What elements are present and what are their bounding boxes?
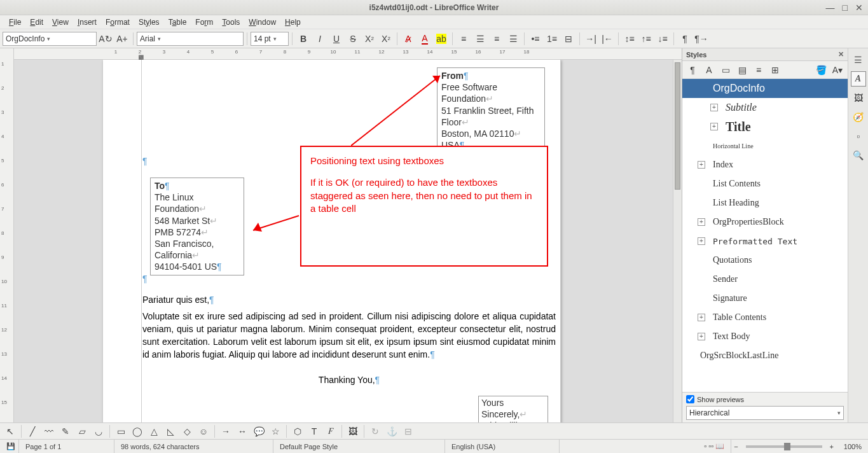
list-styles-button[interactable]: ≡ (751, 62, 766, 78)
tree-expand-icon[interactable]: + (698, 161, 705, 169)
zoom-in-button[interactable]: + (827, 443, 836, 450)
ltr-button[interactable]: ¶→ (694, 31, 709, 46)
properties-tab[interactable]: ☰ (851, 52, 866, 67)
new-style-button[interactable]: A+ (114, 31, 130, 46)
style-row[interactable]: OrgSrcBlockLastLine (682, 346, 848, 365)
font-color-button[interactable]: A (417, 31, 432, 46)
star-tool[interactable]: ☆ (268, 424, 283, 439)
tree-expand-icon[interactable]: + (698, 237, 705, 245)
textbox-tool[interactable]: T (307, 424, 322, 439)
vertical-scrollbar[interactable] (673, 60, 682, 422)
tree-expand-icon[interactable]: + (698, 333, 705, 340)
anchor-tool[interactable]: ⚓ (384, 424, 399, 439)
clear-formatting-button[interactable]: A̷ (401, 31, 416, 46)
character-styles-button[interactable]: A (701, 62, 717, 78)
vertical-ruler[interactable]: /* ticks rendered below via JS */ 123456… (0, 48, 14, 422)
line-tool[interactable]: ╱ (25, 424, 40, 439)
style-row[interactable]: List Contents (682, 174, 848, 193)
align-tool[interactable]: ⊟ (401, 424, 416, 439)
menu-insert[interactable]: Insert (74, 17, 100, 28)
page-style-status[interactable]: Default Page Style (273, 440, 445, 453)
table-styles-button[interactable]: ⊞ (768, 62, 783, 78)
menu-tools[interactable]: Tools (218, 17, 244, 28)
italic-button[interactable]: I (312, 31, 327, 46)
style-row[interactable]: List Heading (682, 193, 848, 213)
font-size-combo[interactable]: 14 pt▾ (251, 32, 289, 46)
style-row[interactable]: Signature (682, 289, 848, 308)
highlight-color-button[interactable]: ab (434, 31, 449, 46)
triangle-tool[interactable]: △ (146, 424, 162, 439)
horizontal-ruler[interactable]: 123456789101112131415161718◣◥ (14, 48, 682, 60)
select-tool[interactable]: ↖ (3, 424, 18, 439)
style-row[interactable]: +Preformatted Text (682, 232, 848, 251)
callout-tool[interactable]: 💬 (251, 424, 266, 439)
subscript-button[interactable]: X2 (378, 31, 394, 46)
flowchart-tool[interactable]: ⬡ (290, 424, 305, 439)
rectangle-tool[interactable]: ▭ (113, 424, 128, 439)
navigator-tab[interactable]: 🧭 (851, 109, 866, 125)
style-row[interactable]: +Table Contents (682, 308, 848, 327)
tree-expand-icon[interactable]: + (698, 314, 705, 321)
menu-form[interactable]: Form (191, 17, 217, 28)
align-left-button[interactable]: ≡ (456, 31, 471, 46)
align-justify-button[interactable]: ☰ (506, 31, 521, 46)
scrollbar-thumb[interactable] (675, 62, 680, 190)
word-count-status[interactable]: 98 words, 624 characters (114, 440, 273, 453)
styles-tab[interactable]: A (851, 71, 866, 87)
styles-filter-combo[interactable]: Hierarchical▾ (686, 406, 844, 420)
view-layout-buttons[interactable]: ▫ ▫▫ 📖 (698, 440, 731, 453)
outline-button[interactable]: ⊟ (561, 31, 576, 46)
fontwork-tool[interactable]: 𝐹 (323, 424, 338, 439)
style-row[interactable]: +OrgPropertiesBlock (682, 213, 848, 232)
menu-window[interactable]: Window (245, 17, 280, 28)
diamond-tool[interactable]: ◇ (179, 424, 195, 439)
indent-decrease-button[interactable]: |← (600, 31, 615, 46)
menu-format[interactable]: Format (102, 17, 134, 28)
menu-file[interactable]: File (5, 17, 25, 28)
font-name-combo[interactable]: Arial▾ (137, 32, 244, 46)
freeform-tool[interactable]: ✎ (58, 424, 73, 439)
strikethrough-button[interactable]: S (345, 31, 361, 46)
double-arrow-tool[interactable]: ↔ (235, 424, 250, 439)
image-tool[interactable]: 🖼 (345, 424, 361, 439)
align-right-button[interactable]: ≡ (489, 31, 504, 46)
frame-styles-button[interactable]: ▭ (718, 62, 733, 78)
rotate-tool[interactable]: ↻ (368, 424, 383, 439)
page-status[interactable]: Page 1 of 1 (19, 440, 114, 453)
style-row[interactable]: +Title (682, 117, 848, 136)
from-textframe[interactable]: From¶ Free Software Foundation↵ 51 Frank… (437, 67, 545, 153)
page-tab[interactable]: ▫ (851, 129, 866, 144)
menu-styles[interactable]: Styles (135, 17, 163, 28)
style-row[interactable]: +Subtitle (682, 98, 848, 117)
zoom-value[interactable]: 100% (836, 440, 868, 453)
underline-button[interactable]: U (329, 31, 344, 46)
ellipse-tool[interactable]: ◯ (130, 424, 145, 439)
arrow-tool[interactable]: → (218, 424, 233, 439)
arc-tool[interactable]: ◡ (91, 424, 106, 439)
curve-tool[interactable]: 〰 (41, 424, 57, 439)
menu-help[interactable]: Help (281, 17, 305, 28)
update-style-button[interactable]: A↻ (98, 31, 113, 46)
tree-expand-icon[interactable]: + (710, 104, 718, 111)
style-row[interactable]: +Text Body (682, 327, 848, 346)
style-row[interactable]: Sender (682, 270, 848, 289)
style-row[interactable]: Quotations (682, 251, 848, 270)
inspector-tab[interactable]: 🔍 (851, 148, 866, 163)
to-textframe[interactable]: To¶ The Linux Foundation↵ 548 Market St↵… (150, 178, 244, 275)
style-row[interactable]: +Index (682, 155, 848, 174)
number-list-button[interactable]: 1≡ (544, 31, 560, 46)
signature-textframe[interactable]: Yours Sincerely,↵ Whitetrillium¶ (478, 396, 548, 422)
para-spacing-inc-button[interactable]: ↑≡ (638, 31, 654, 46)
zoom-slider[interactable] (746, 445, 822, 448)
polygon-tool[interactable]: ▱ (74, 424, 90, 439)
right-triangle-tool[interactable]: ◺ (163, 424, 178, 439)
style-row[interactable]: OrgDocInfo (682, 79, 848, 98)
menu-table[interactable]: Table (165, 17, 191, 28)
bullet-list-button[interactable]: •≡ (528, 31, 543, 46)
styles-pane-close[interactable]: ✕ (838, 50, 844, 59)
page-styles-button[interactable]: ▤ (734, 62, 750, 78)
smiley-tool[interactable]: ☺ (196, 424, 211, 439)
new-style-from-sel-button[interactable]: A▾ (830, 62, 845, 78)
line-spacing-button[interactable]: ↕≡ (622, 31, 637, 46)
save-status[interactable]: 💾 (0, 440, 19, 453)
